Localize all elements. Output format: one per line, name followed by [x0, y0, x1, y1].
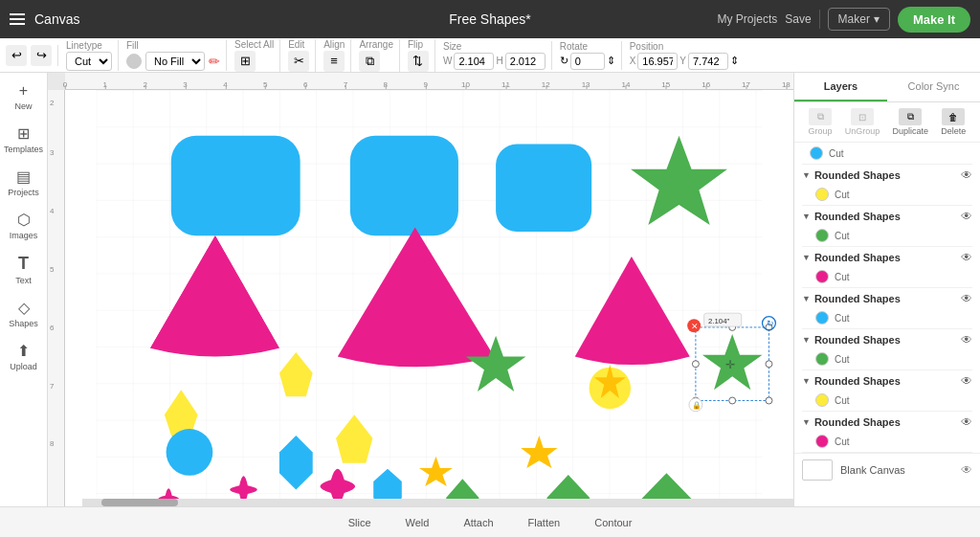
flip-button[interactable]: ⇅: [408, 51, 429, 72]
shape-blue-rounded-rect-small[interactable]: [496, 145, 591, 232]
group-button[interactable]: ⧉ Group: [805, 106, 836, 138]
pos-x-input[interactable]: [637, 53, 678, 70]
sel-handle-mr[interactable]: [766, 361, 772, 368]
size-inputs: W H: [443, 53, 546, 70]
attach-button[interactable]: Attach: [456, 515, 501, 530]
select-all-button[interactable]: ⊞: [234, 51, 256, 72]
save-button[interactable]: Save: [785, 12, 811, 26]
sel-handle-br[interactable]: [766, 397, 772, 404]
move-cursor-icon: ✛: [725, 358, 735, 371]
duplicate-button[interactable]: ⧉ Duplicate: [889, 106, 933, 138]
hamburger-icon[interactable]: [10, 13, 25, 25]
eye-icon[interactable]: 👁: [961, 292, 972, 305]
tab-color-sync[interactable]: Color Sync: [887, 73, 980, 101]
size-h-input[interactable]: [505, 53, 546, 70]
shape-blue-circle[interactable]: [167, 429, 213, 476]
tab-layers[interactable]: Layers: [794, 73, 887, 101]
rotate-arrows-icon: ⇕: [607, 55, 615, 67]
list-item[interactable]: ▼ Rounded Shapes 👁 Cut: [794, 288, 980, 329]
contour-button[interactable]: Contour: [587, 515, 639, 530]
redo-button[interactable]: ↪: [31, 45, 52, 66]
delete-icon-text: ✕: [691, 322, 699, 331]
edit-button[interactable]: ✂: [288, 51, 309, 72]
blank-canvas-item[interactable]: Blank Canvas 👁: [794, 453, 980, 486]
eye-icon[interactable]: 👁: [961, 210, 972, 223]
layer-expand-icon: ▼: [802, 294, 811, 303]
canvas-svg[interactable]: ↻ ✕ 2.104" 🔒 ✛: [65, 90, 793, 506]
weld-button[interactable]: Weld: [398, 515, 437, 530]
flip-label: Flip: [408, 39, 423, 50]
eye-icon[interactable]: 👁: [961, 374, 972, 388]
sidebar-item-text[interactable]: T Text: [3, 248, 45, 291]
list-item[interactable]: ▼ Rounded Shapes 👁 Cut: [794, 329, 980, 370]
layer-header[interactable]: ▼ Rounded Shapes 👁: [802, 412, 972, 433]
slice-button[interactable]: Slice: [341, 515, 379, 530]
sidebar-item-projects[interactable]: ▤ Projects: [3, 162, 45, 203]
fill-item: Fill No Fill ✏: [126, 40, 220, 71]
eye-icon[interactable]: 👁: [961, 251, 972, 264]
layer-color-dot[interactable]: [815, 393, 829, 407]
layer-header[interactable]: ▼ Rounded Shapes 👁: [802, 247, 972, 268]
list-item[interactable]: ▼ Rounded Shapes 👁 Cut: [794, 412, 980, 453]
shape-blue-rounded-rect-medium[interactable]: [350, 136, 458, 235]
layer-color-dot[interactable]: [815, 229, 829, 242]
layer-color-dot[interactable]: [815, 188, 829, 201]
align-button[interactable]: ≡: [323, 51, 345, 72]
sel-handle-bc[interactable]: [729, 397, 736, 404]
layer-header[interactable]: ▼ Rounded Shapes 👁: [802, 288, 972, 309]
flatten-button[interactable]: Flatten: [521, 515, 568, 530]
eye-icon[interactable]: 👁: [961, 168, 972, 182]
fill-color-swatch[interactable]: [126, 54, 142, 69]
list-item[interactable]: ▼ Rounded Shapes 👁 Cut: [794, 206, 980, 247]
shape-blue-rounded-rect-large[interactable]: [171, 136, 301, 235]
sidebar-item-new[interactable]: + New: [3, 77, 45, 117]
maker-button[interactable]: Maker ▾: [828, 8, 890, 31]
layer-color-dot[interactable]: [815, 352, 829, 366]
list-item[interactable]: ▼ Rounded Shapes 👁 Cut: [794, 370, 980, 412]
rotate-input-group: ↻ ⇕: [560, 53, 615, 70]
layer-header[interactable]: ▼ Rounded Shapes 👁: [802, 370, 972, 392]
layer-header[interactable]: ▼ Rounded Shapes 👁: [802, 165, 972, 186]
undo-button[interactable]: ↩: [6, 45, 27, 66]
linetype-select[interactable]: Cut: [66, 52, 112, 71]
pos-y-input[interactable]: [688, 53, 728, 70]
main-area: + New ⊞ Templates ▤ Projects ⬡ Images T …: [0, 73, 980, 506]
size-w-label: W: [443, 56, 452, 66]
delete-icon: 🗑: [942, 108, 965, 125]
sidebar-item-upload[interactable]: ⬆ Upload: [3, 336, 45, 377]
scrollbar-thumb[interactable]: [101, 499, 178, 506]
rotate-input[interactable]: [570, 53, 605, 70]
canvas-grid[interactable]: ↻ ✕ 2.104" 🔒 ✛: [65, 90, 793, 506]
canvas-area[interactable]: 0 1 2 3 4 5 6 7 8 9 10 11 12 13 14 15 16…: [48, 73, 793, 506]
my-projects-button[interactable]: My Projects: [718, 12, 778, 26]
layer-sub-label: Cut: [835, 395, 850, 406]
size-label: Size: [443, 41, 461, 52]
sidebar-item-images[interactable]: ⬡ Images: [3, 205, 45, 246]
undo-redo-group: ↩ ↪: [6, 45, 58, 66]
sidebar-item-shapes[interactable]: ◇ Shapes: [3, 293, 45, 334]
blank-canvas-preview: [802, 459, 833, 481]
delete-button[interactable]: 🗑 Delete: [937, 106, 969, 138]
layer-header[interactable]: ▼ Rounded Shapes 👁: [802, 206, 972, 227]
sidebar-item-templates[interactable]: ⊞ Templates: [3, 119, 45, 160]
layer-color-dot[interactable]: [815, 435, 829, 448]
fill-pen-icon[interactable]: ✏: [209, 54, 220, 69]
fill-select[interactable]: No Fill: [145, 52, 205, 71]
app-title: Canvas: [34, 11, 79, 27]
arrange-button[interactable]: ⧉: [359, 51, 380, 72]
eye-icon[interactable]: 👁: [961, 333, 972, 347]
layer-color-dot[interactable]: [815, 270, 829, 283]
sel-handle-ml[interactable]: [692, 361, 699, 368]
size-w-input[interactable]: [454, 53, 494, 70]
list-item[interactable]: ▼ Rounded Shapes 👁 Cut: [794, 165, 980, 206]
list-item[interactable]: ▼ Rounded Shapes 👁 Cut: [794, 247, 980, 288]
pos-y-label: Y: [679, 56, 686, 66]
layer-header[interactable]: ▼ Rounded Shapes 👁: [802, 329, 972, 350]
ungroup-button[interactable]: ⊡ UnGroup: [841, 106, 884, 138]
layer-color-dot[interactable]: [815, 311, 829, 324]
make-it-button[interactable]: Make It: [898, 7, 970, 33]
horizontal-scrollbar[interactable]: [82, 499, 793, 506]
eye-icon[interactable]: 👁: [961, 415, 972, 429]
blank-canvas-eye-icon[interactable]: 👁: [961, 463, 972, 477]
bottom-bar: Slice Weld Attach Flatten Contour: [0, 506, 980, 537]
